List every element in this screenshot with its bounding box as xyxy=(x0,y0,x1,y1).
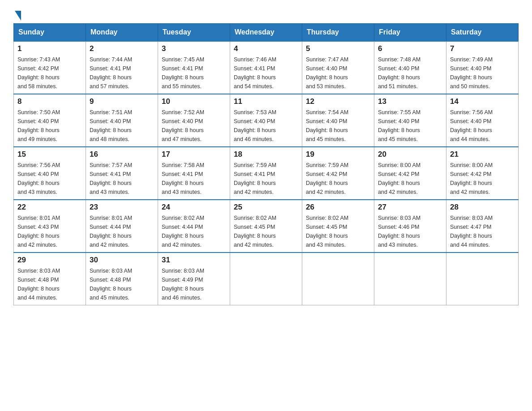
day-info: Sunrise: 7:49 AM Sunset: 4:40 PM Dayligh… xyxy=(450,55,515,91)
day-info: Sunrise: 7:58 AM Sunset: 4:41 PM Dayligh… xyxy=(162,161,226,197)
day-info: Sunrise: 7:44 AM Sunset: 4:41 PM Dayligh… xyxy=(90,55,154,91)
calendar-cell: 5 Sunrise: 7:47 AM Sunset: 4:40 PM Dayli… xyxy=(302,41,374,94)
day-info: Sunrise: 7:54 AM Sunset: 4:40 PM Dayligh… xyxy=(306,108,370,144)
calendar-cell: 4 Sunrise: 7:46 AM Sunset: 4:41 PM Dayli… xyxy=(230,41,302,94)
calendar-cell: 22 Sunrise: 8:01 AM Sunset: 4:43 PM Dayl… xyxy=(14,200,86,253)
day-info: Sunrise: 7:50 AM Sunset: 4:40 PM Dayligh… xyxy=(17,108,82,144)
day-number: 23 xyxy=(90,203,154,212)
calendar-cell: 18 Sunrise: 7:59 AM Sunset: 4:41 PM Dayl… xyxy=(230,147,302,200)
calendar-cell xyxy=(230,253,302,305)
calendar-cell: 24 Sunrise: 8:02 AM Sunset: 4:44 PM Dayl… xyxy=(158,200,230,253)
calendar-cell xyxy=(374,253,446,305)
day-info: Sunrise: 7:45 AM Sunset: 4:41 PM Dayligh… xyxy=(162,55,226,91)
day-number: 8 xyxy=(17,97,82,106)
calendar-cell: 11 Sunrise: 7:53 AM Sunset: 4:40 PM Dayl… xyxy=(230,94,302,147)
day-number: 2 xyxy=(90,44,154,53)
calendar-cell: 13 Sunrise: 7:55 AM Sunset: 4:40 PM Dayl… xyxy=(374,94,446,147)
logo-top xyxy=(13,9,21,21)
day-info: Sunrise: 8:03 AM Sunset: 4:48 PM Dayligh… xyxy=(17,266,82,302)
day-number: 16 xyxy=(90,150,154,159)
day-number: 31 xyxy=(162,256,226,265)
logo xyxy=(13,9,21,19)
calendar-cell: 2 Sunrise: 7:44 AM Sunset: 4:41 PM Dayli… xyxy=(86,41,158,94)
day-number: 18 xyxy=(234,150,298,159)
calendar-week-row: 15 Sunrise: 7:56 AM Sunset: 4:40 PM Dayl… xyxy=(14,147,519,200)
day-info: Sunrise: 8:03 AM Sunset: 4:49 PM Dayligh… xyxy=(162,266,226,302)
day-info: Sunrise: 8:01 AM Sunset: 4:43 PM Dayligh… xyxy=(17,214,82,249)
calendar-cell: 12 Sunrise: 7:54 AM Sunset: 4:40 PM Dayl… xyxy=(302,94,374,147)
calendar-cell: 30 Sunrise: 8:03 AM Sunset: 4:48 PM Dayl… xyxy=(86,253,158,305)
day-header-tuesday: Tuesday xyxy=(158,24,230,42)
day-number: 9 xyxy=(90,97,154,106)
day-info: Sunrise: 7:56 AM Sunset: 4:40 PM Dayligh… xyxy=(17,161,82,197)
calendar-cell xyxy=(302,253,374,305)
calendar-cell: 29 Sunrise: 8:03 AM Sunset: 4:48 PM Dayl… xyxy=(14,253,86,305)
calendar-header-row: SundayMondayTuesdayWednesdayThursdayFrid… xyxy=(14,24,519,42)
day-header-saturday: Saturday xyxy=(446,24,519,42)
day-number: 5 xyxy=(306,44,370,53)
day-number: 19 xyxy=(306,150,370,159)
day-header-sunday: Sunday xyxy=(14,24,86,42)
day-number: 13 xyxy=(378,97,442,106)
day-number: 14 xyxy=(450,97,515,106)
calendar-cell: 16 Sunrise: 7:57 AM Sunset: 4:41 PM Dayl… xyxy=(86,147,158,200)
day-info: Sunrise: 8:00 AM Sunset: 4:42 PM Dayligh… xyxy=(450,161,515,197)
calendar-cell: 21 Sunrise: 8:00 AM Sunset: 4:42 PM Dayl… xyxy=(446,147,519,200)
day-info: Sunrise: 7:43 AM Sunset: 4:42 PM Dayligh… xyxy=(17,55,82,91)
day-info: Sunrise: 8:02 AM Sunset: 4:44 PM Dayligh… xyxy=(162,214,226,249)
day-info: Sunrise: 7:53 AM Sunset: 4:40 PM Dayligh… xyxy=(234,108,298,144)
day-info: Sunrise: 7:51 AM Sunset: 4:40 PM Dayligh… xyxy=(90,108,154,144)
calendar-cell: 19 Sunrise: 7:59 AM Sunset: 4:42 PM Dayl… xyxy=(302,147,374,200)
day-info: Sunrise: 8:01 AM Sunset: 4:44 PM Dayligh… xyxy=(90,214,154,249)
day-info: Sunrise: 8:03 AM Sunset: 4:47 PM Dayligh… xyxy=(450,214,515,249)
day-info: Sunrise: 7:46 AM Sunset: 4:41 PM Dayligh… xyxy=(234,55,298,91)
calendar-cell xyxy=(446,253,519,305)
day-number: 1 xyxy=(17,44,82,53)
day-header-friday: Friday xyxy=(374,24,446,42)
day-info: Sunrise: 8:02 AM Sunset: 4:45 PM Dayligh… xyxy=(234,214,298,249)
day-number: 25 xyxy=(234,203,298,212)
day-number: 3 xyxy=(162,44,226,53)
day-header-wednesday: Wednesday xyxy=(230,24,302,42)
day-info: Sunrise: 7:55 AM Sunset: 4:40 PM Dayligh… xyxy=(378,108,442,144)
calendar-week-row: 22 Sunrise: 8:01 AM Sunset: 4:43 PM Dayl… xyxy=(14,200,519,253)
calendar-cell: 23 Sunrise: 8:01 AM Sunset: 4:44 PM Dayl… xyxy=(86,200,158,253)
calendar-cell: 1 Sunrise: 7:43 AM Sunset: 4:42 PM Dayli… xyxy=(14,41,86,94)
day-number: 11 xyxy=(234,97,298,106)
day-info: Sunrise: 7:59 AM Sunset: 4:41 PM Dayligh… xyxy=(234,161,298,197)
day-info: Sunrise: 7:52 AM Sunset: 4:40 PM Dayligh… xyxy=(162,108,226,144)
day-info: Sunrise: 7:59 AM Sunset: 4:42 PM Dayligh… xyxy=(306,161,370,197)
day-number: 27 xyxy=(378,203,442,212)
day-info: Sunrise: 7:57 AM Sunset: 4:41 PM Dayligh… xyxy=(90,161,154,197)
calendar-cell: 10 Sunrise: 7:52 AM Sunset: 4:40 PM Dayl… xyxy=(158,94,230,147)
day-header-thursday: Thursday xyxy=(302,24,374,42)
calendar-cell: 20 Sunrise: 8:00 AM Sunset: 4:42 PM Dayl… xyxy=(374,147,446,200)
calendar-cell: 6 Sunrise: 7:48 AM Sunset: 4:40 PM Dayli… xyxy=(374,41,446,94)
day-number: 30 xyxy=(90,256,154,265)
calendar-cell: 27 Sunrise: 8:03 AM Sunset: 4:46 PM Dayl… xyxy=(374,200,446,253)
calendar-cell: 9 Sunrise: 7:51 AM Sunset: 4:40 PM Dayli… xyxy=(86,94,158,147)
day-number: 20 xyxy=(378,150,442,159)
day-number: 10 xyxy=(162,97,226,106)
day-number: 28 xyxy=(450,203,515,212)
day-header-monday: Monday xyxy=(86,24,158,42)
calendar-week-row: 29 Sunrise: 8:03 AM Sunset: 4:48 PM Dayl… xyxy=(14,253,519,305)
day-number: 15 xyxy=(17,150,82,159)
day-info: Sunrise: 8:02 AM Sunset: 4:45 PM Dayligh… xyxy=(306,214,370,249)
calendar-cell: 31 Sunrise: 8:03 AM Sunset: 4:49 PM Dayl… xyxy=(158,253,230,305)
calendar-cell: 28 Sunrise: 8:03 AM Sunset: 4:47 PM Dayl… xyxy=(446,200,519,253)
calendar-cell: 17 Sunrise: 7:58 AM Sunset: 4:41 PM Dayl… xyxy=(158,147,230,200)
calendar-cell: 14 Sunrise: 7:56 AM Sunset: 4:40 PM Dayl… xyxy=(446,94,519,147)
day-info: Sunrise: 7:47 AM Sunset: 4:40 PM Dayligh… xyxy=(306,55,370,91)
calendar-cell: 15 Sunrise: 7:56 AM Sunset: 4:40 PM Dayl… xyxy=(14,147,86,200)
day-number: 26 xyxy=(306,203,370,212)
calendar-week-row: 1 Sunrise: 7:43 AM Sunset: 4:42 PM Dayli… xyxy=(14,41,519,94)
calendar-table: SundayMondayTuesdayWednesdayThursdayFrid… xyxy=(13,23,519,305)
page-header xyxy=(13,9,519,19)
day-number: 12 xyxy=(306,97,370,106)
day-number: 17 xyxy=(162,150,226,159)
day-info: Sunrise: 8:03 AM Sunset: 4:46 PM Dayligh… xyxy=(378,214,442,249)
day-info: Sunrise: 8:00 AM Sunset: 4:42 PM Dayligh… xyxy=(378,161,442,197)
day-info: Sunrise: 8:03 AM Sunset: 4:48 PM Dayligh… xyxy=(90,266,154,302)
day-number: 7 xyxy=(450,44,515,53)
